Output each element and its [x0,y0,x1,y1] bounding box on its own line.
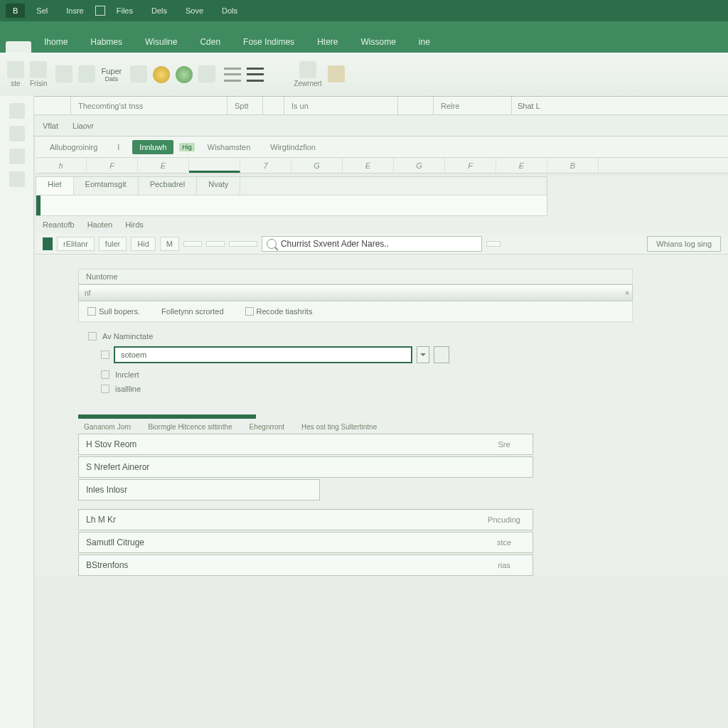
midtab-2[interactable]: Hirds [125,220,144,229]
titlebar-item-2[interactable]: Insre [59,4,90,18]
form-opt-1[interactable]: Inrclert [101,370,718,379]
checkbox-icon[interactable] [88,332,97,341]
col-5[interactable]: G [291,158,343,173]
col-3[interactable] [189,158,240,173]
titlebar-item-4[interactable]: Dels [144,4,174,18]
select-extend-button[interactable] [434,346,449,363]
col-10[interactable]: B [547,158,599,173]
shape-button-2[interactable] [198,65,215,84]
gutter-icon[interactable] [9,126,25,141]
dropdown-arrow-icon[interactable] [417,346,429,363]
right-action-button[interactable]: Whians log sing [647,236,721,252]
ribbon-tab-3[interactable]: Cden [190,31,230,53]
search-field[interactable]: Churrist Sxvent Ader Nares.. [262,236,482,252]
ribbon-tab-7[interactable]: ine [409,31,440,53]
page-button-1[interactable] [55,65,73,84]
seg-3[interactable]: M [160,237,179,251]
titlebar-item-0[interactable]: B [6,4,25,18]
fbar-cell-3[interactable] [263,97,284,114]
highlight-green-icon[interactable] [176,66,193,83]
fbar-cell-5 [398,97,434,114]
col-8[interactable]: F [445,158,496,173]
misc-icon [328,65,345,82]
th-0[interactable]: Gananom Jorn [84,423,131,431]
col-7[interactable]: G [394,158,445,173]
gutter-icon[interactable] [9,149,25,164]
title-bar: B Sel Insre Files Dels Sove Dols [0,0,728,21]
clipboard-icon [7,61,24,78]
seg-2[interactable]: Hid [131,237,156,251]
table-row[interactable]: Inles Inlosr [78,479,320,500]
comment-button[interactable]: Zewrnert [294,61,321,87]
seg-blank1[interactable] [183,241,202,247]
th-1[interactable]: Biormgle Hitcence sittinthe [148,423,232,431]
seg-blank2[interactable] [206,241,225,247]
formula-input[interactable] [512,102,728,110]
inner-tab-3[interactable]: Nvaty [197,177,240,195]
checkbox-icon [101,370,109,379]
seg-blank3[interactable] [229,241,257,247]
font-button[interactable]: Frisin [30,61,47,87]
tool2-item-1[interactable]: Liaovr [73,122,94,130]
ribbon-tab-5[interactable]: Htere [307,31,348,53]
gutter-icon[interactable] [9,103,25,119]
col-6[interactable]: E [343,158,394,173]
titlebar-item-1[interactable]: Sel [29,4,55,18]
checkbox-icon[interactable] [101,350,109,359]
seg-0[interactable]: rElitanr [57,237,95,251]
ribbon-tab-strip: Ihome Habmes Wisuline Cden Fose Indimes … [0,21,728,53]
ribbon-tab-4[interactable]: Fose Indimes [233,31,304,53]
align-justify-icon[interactable] [247,68,264,82]
ribbon-tab-2[interactable]: Wisuline [135,31,187,53]
shape-button-1[interactable] [130,65,147,84]
midtab-0[interactable]: Reantofb [43,220,75,229]
col-2[interactable]: E [138,158,189,173]
inner-tab-strip: Hiet Eomtamsgit Pecbadrel Nvaty [36,177,547,196]
inner-tab-0[interactable]: Hiet [36,177,74,195]
col-1[interactable]: F [87,158,138,173]
tool2-item-0[interactable]: Vflat [43,122,58,130]
table-row[interactable]: BStrenfonsrias [78,555,533,576]
table-row[interactable]: Samutll Citrugestce [78,532,533,553]
col-0[interactable]: h [36,158,87,173]
dialog-opt-0[interactable]: Sull bopers. [87,307,140,316]
paste-button[interactable]: ste [7,61,24,87]
seg-after[interactable] [486,241,500,247]
subtab-2[interactable]: Innluwh [132,140,173,154]
page-icon [78,65,95,82]
close-icon[interactable]: × [625,289,629,297]
table-row[interactable]: Lh M KrPncuding [78,509,533,530]
seg-1[interactable]: fuler [99,237,127,251]
subtab-0[interactable]: Allubogroinirg [43,140,105,154]
th-3[interactable]: Hes ost ting Sultertintne [301,423,377,431]
align-left-icon[interactable] [224,68,241,82]
titlebar-item-5[interactable]: Sove [178,4,210,18]
subtab-4[interactable]: Wirgtindzfion [263,140,323,154]
dialog-titlebar[interactable]: nf × [78,284,633,301]
titlebar-item-6[interactable]: Dols [215,4,245,18]
table-row[interactable]: H Stov ReomSre [78,434,533,455]
ribbon-tab-0[interactable]: Ihome [34,31,77,53]
ribbon-tab-1[interactable]: Habmes [80,31,132,53]
subtab-3[interactable]: Wishamsten [200,140,258,154]
gutter-icon[interactable] [9,171,25,187]
ribbon-tab-6[interactable]: Wissome [350,31,405,53]
col-9[interactable]: E [496,158,547,173]
highlight-yellow-icon[interactable] [153,66,170,83]
extra-button[interactable] [328,65,345,84]
inner-tab-1[interactable]: Eomtamsgit [74,177,139,195]
th-2[interactable]: Ehegnrront [250,423,284,431]
sub-tab-strip: Allubogroinirg I Innluwh Hig Wishamsten … [36,136,728,158]
dialog-opt-2[interactable]: Recode tiashrits [245,307,313,316]
col-4[interactable]: 7 [240,158,291,173]
midtab-1[interactable]: Haoten [87,220,112,229]
titlebar-item-3[interactable]: Files [109,4,140,18]
select-dropdown[interactable]: sotoem [114,346,412,363]
ribbon-tab-file[interactable] [6,41,31,53]
dialog-opt-1[interactable]: Folletynn scrorted [161,307,223,316]
inner-tab-2[interactable]: Pecbadrel [139,177,198,195]
subtab-1[interactable]: I [110,140,127,154]
form-opt-2[interactable]: isallline [101,385,718,393]
page-button-2[interactable] [78,65,95,84]
table-row[interactable]: S Nrefert Aineror [78,456,533,478]
